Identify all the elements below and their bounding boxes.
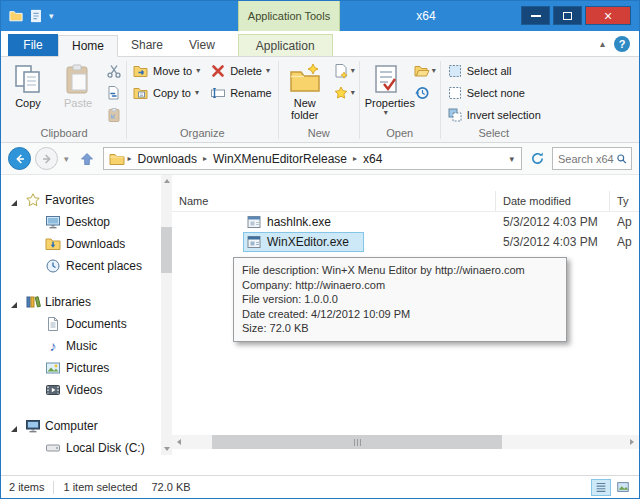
- expander-icon[interactable]: [10, 298, 18, 306]
- recent-locations-dropdown[interactable]: ▾: [62, 154, 71, 164]
- qat-customize-dropdown[interactable]: ▾: [49, 12, 54, 21]
- tab-view[interactable]: View: [176, 34, 228, 56]
- delete-button[interactable]: Delete ▾: [205, 60, 277, 82]
- column-header-name[interactable]: Name: [172, 191, 496, 211]
- close-button[interactable]: ×: [585, 6, 631, 25]
- horizontal-scrollbar-track[interactable]: [186, 435, 625, 449]
- horizontal-scrollbar-thumb[interactable]: [212, 435, 502, 449]
- file-row-hashlnk[interactable]: hashlnk.exe 5/3/2012 4:03 PM Ap: [172, 212, 639, 232]
- address-bar[interactable]: ▸ Downloads ▸ WinXMenuEditorRelease ▸ x6…: [103, 147, 522, 170]
- sidebar-item-local-disk-c[interactable]: Local Disk (C:): [1, 437, 161, 455]
- breadcrumb-arrow-icon[interactable]: ▸: [352, 154, 358, 163]
- sidebar-item-downloads[interactable]: Downloads: [1, 233, 161, 255]
- tab-application[interactable]: Application: [238, 34, 333, 56]
- easy-access-button[interactable]: ▾: [330, 82, 358, 104]
- sidebar-label: Recent places: [66, 259, 142, 273]
- sidebar-item-music[interactable]: ♪ Music: [1, 335, 161, 357]
- breadcrumb-x64[interactable]: x64: [360, 152, 385, 166]
- clipboard-group-label: Clipboard: [3, 126, 125, 142]
- ribbon-tab-row: File Home Share View Application ▴ ?: [1, 31, 639, 57]
- up-button[interactable]: [75, 147, 99, 170]
- sidebar-item-documents[interactable]: Documents: [1, 313, 161, 335]
- forward-button[interactable]: [35, 147, 58, 170]
- column-header-date-modified[interactable]: Date modified: [496, 191, 610, 211]
- organize-group-label: Organize: [128, 126, 277, 142]
- paste-button[interactable]: Paste: [53, 60, 103, 109]
- breadcrumb-winxmenueditorrelease[interactable]: WinXMenuEditorRelease: [210, 152, 350, 166]
- sidebar-item-libraries[interactable]: Libraries: [1, 291, 161, 313]
- sidebar-label: Computer: [45, 419, 98, 433]
- scroll-up-arrow-icon[interactable]: [164, 179, 170, 183]
- thumbnails-view-button[interactable]: [613, 479, 633, 496]
- expander-icon[interactable]: [10, 422, 18, 430]
- sidebar-item-desktop[interactable]: Desktop: [1, 211, 161, 233]
- breadcrumb-arrow-icon[interactable]: ▸: [202, 154, 208, 163]
- select-all-icon: [447, 63, 463, 79]
- new-folder-icon: [289, 63, 321, 95]
- open-button[interactable]: ▾: [411, 60, 439, 82]
- copy-to-button[interactable]: Copy to ▾: [128, 82, 205, 104]
- sidebar-label: Local Disk (C:): [66, 441, 145, 455]
- sidebar-item-computer[interactable]: Computer: [1, 415, 161, 437]
- details-view-button[interactable]: [591, 479, 611, 496]
- horizontal-scrollbar[interactable]: [172, 435, 639, 449]
- tab-home[interactable]: Home: [58, 35, 118, 57]
- sidebar-scrollbar[interactable]: [161, 175, 172, 455]
- column-header-type[interactable]: Ty: [610, 191, 639, 211]
- paste-shortcut-button[interactable]: [103, 104, 125, 126]
- open-group-label: Open: [361, 126, 439, 142]
- search-input[interactable]: [558, 153, 616, 165]
- tab-share[interactable]: Share: [118, 34, 176, 56]
- breadcrumb-arrow-icon[interactable]: ▸: [127, 154, 133, 163]
- address-dropdown-button[interactable]: ▾: [504, 154, 519, 164]
- new-item-dropdown-icon: ▾: [351, 67, 355, 75]
- copy-path-button[interactable]: [103, 82, 125, 104]
- qat-folder-icon[interactable]: [9, 9, 23, 23]
- move-to-dropdown-icon: ▾: [196, 67, 200, 75]
- refresh-button[interactable]: [526, 147, 548, 170]
- view-switcher: [591, 479, 639, 496]
- select-all-button[interactable]: Select all: [442, 60, 546, 82]
- file-row-winxeditor[interactable]: WinXEditor.exe 5/3/2012 4:03 PM Ap: [172, 232, 639, 252]
- maximize-button[interactable]: [553, 6, 582, 25]
- sidebar-item-recent-places[interactable]: Recent places: [1, 255, 161, 277]
- breadcrumb-downloads[interactable]: Downloads: [135, 152, 200, 166]
- search-icon[interactable]: [616, 152, 628, 166]
- select-none-label: Select none: [467, 87, 525, 99]
- new-folder-button[interactable]: New folder: [280, 60, 330, 121]
- help-button[interactable]: ?: [614, 36, 630, 52]
- back-button[interactable]: [8, 147, 31, 170]
- scroll-right-arrow-icon[interactable]: [625, 435, 639, 449]
- window-controls: ×: [521, 6, 631, 25]
- sidebar-item-pictures[interactable]: Pictures: [1, 357, 161, 379]
- sidebar-scrollbar-thumb[interactable]: [161, 227, 172, 273]
- recent-places-icon: [45, 258, 61, 274]
- new-item-button[interactable]: ▾: [330, 60, 358, 82]
- sidebar-label: Videos: [66, 383, 102, 397]
- copy-to-label: Copy to: [153, 87, 191, 99]
- forward-arrow-icon: [40, 152, 54, 166]
- minimize-ribbon-button[interactable]: ▴: [600, 39, 605, 49]
- sidebar-label: Pictures: [66, 361, 109, 375]
- rename-button[interactable]: Rename: [205, 82, 277, 104]
- copy-button[interactable]: Copy: [3, 60, 53, 109]
- sidebar-label: Desktop: [66, 215, 110, 229]
- select-none-button[interactable]: Select none: [442, 82, 546, 104]
- scroll-left-arrow-icon[interactable]: [172, 435, 186, 449]
- scroll-down-arrow-icon[interactable]: [164, 447, 170, 451]
- cut-button[interactable]: [103, 60, 125, 82]
- move-to-button[interactable]: Move to ▾: [128, 60, 205, 82]
- application-tools-contextual-label[interactable]: Application Tools: [238, 1, 340, 31]
- minimize-button[interactable]: [521, 6, 550, 25]
- rename-icon: [210, 85, 226, 101]
- properties-button[interactable]: Properties ▾: [361, 60, 411, 117]
- sidebar-item-favorites[interactable]: Favorites: [1, 189, 161, 211]
- history-button[interactable]: [411, 82, 439, 104]
- selection-size: 72.0 KB: [151, 481, 190, 493]
- status-separator: [53, 481, 54, 494]
- invert-selection-button[interactable]: Invert selection: [442, 104, 546, 126]
- qat-properties-icon[interactable]: [29, 9, 43, 23]
- expander-icon[interactable]: [10, 196, 18, 204]
- tab-file[interactable]: File: [8, 34, 58, 56]
- sidebar-item-videos[interactable]: Videos: [1, 379, 161, 401]
